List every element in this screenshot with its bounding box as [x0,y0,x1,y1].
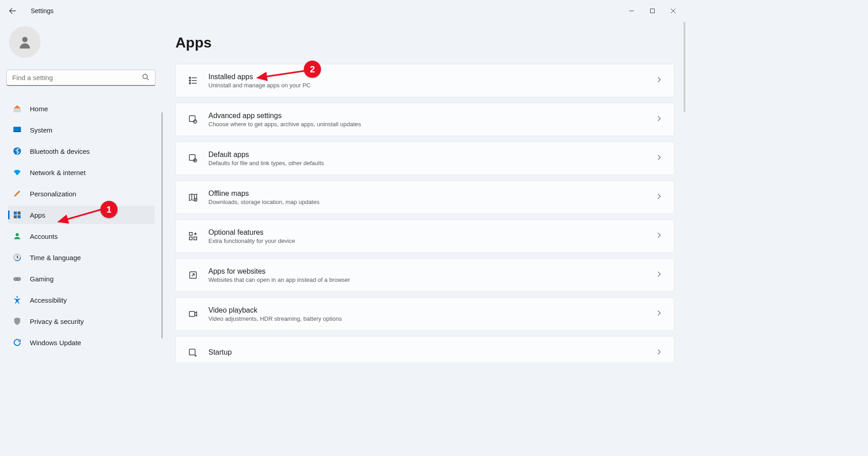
paintbrush-icon [13,189,22,198]
svg-point-16 [16,296,18,298]
sidebar-item-label: Privacy & security [30,318,84,325]
chevron-right-icon [656,271,662,279]
sidebar-item-accessibility[interactable]: Accessibility [8,291,155,309]
sidebar-item-privacy[interactable]: Privacy & security [8,312,155,330]
chevron-right-icon [656,349,662,357]
person-icon [17,34,33,50]
sidebar-item-system[interactable]: System [8,121,155,139]
sidebar-item-gaming[interactable]: Gaming [8,270,155,288]
maximize-button[interactable] [642,4,663,18]
open-link-icon [188,270,198,280]
sidebar-item-time[interactable]: Time & language [8,248,155,266]
maximize-icon [650,8,655,14]
svg-rect-8 [14,215,17,218]
card-title: Default apps [208,151,656,159]
card-subtitle: Extra functionality for your device [208,238,656,244]
system-icon [13,125,22,134]
search-input[interactable] [6,70,156,86]
annotation-badge-2: 2 [304,61,321,78]
card-startup[interactable]: Startup [175,336,675,362]
main-scrollbar[interactable] [684,22,685,112]
chevron-right-icon [656,193,662,201]
card-title: Apps for websites [208,267,656,276]
card-title: Startup [208,348,656,356]
card-subtitle: Video adjustments, HDR streaming, batter… [208,315,656,322]
minimize-button[interactable] [621,4,642,18]
svg-rect-29 [189,312,195,317]
window-controls [621,4,684,18]
sidebar-item-label: Windows Update [30,339,81,347]
chevron-right-icon [656,115,662,124]
card-installed-apps[interactable]: Installed apps Uninstall and manage apps… [175,64,675,97]
sidebar-item-label: Accounts [30,233,58,240]
nav-list: Home System Bluetooth & devices Network … [6,100,156,352]
card-title: Advanced app settings [208,112,656,120]
card-video-playback[interactable]: Video playback Video adjustments, HDR st… [175,297,675,331]
sidebar-item-network[interactable]: Network & internet [8,163,155,181]
card-title: Video playback [208,306,656,314]
sidebar-item-update[interactable]: Windows Update [8,333,155,352]
svg-point-1 [22,37,28,42]
card-offline-maps[interactable]: Offline maps Downloads, storage location… [175,180,675,214]
svg-rect-27 [194,237,197,240]
window-title: Settings [31,7,54,14]
sidebar-item-bluetooth[interactable]: Bluetooth & devices [8,142,155,160]
card-title: Installed apps [208,73,656,81]
video-icon [188,309,198,319]
card-title: Offline maps [208,190,656,198]
card-subtitle: Choose where to get apps, archive apps, … [208,121,656,128]
default-icon [188,153,198,164]
close-button[interactable] [663,4,684,18]
chevron-right-icon [656,232,662,240]
card-optional-features[interactable]: Optional features Extra functionality fo… [175,219,675,253]
svg-rect-22 [189,155,195,161]
sidebar: Home System Bluetooth & devices Network … [0,22,163,362]
chevron-right-icon [656,154,662,162]
svg-rect-7 [18,212,21,215]
search-wrap [6,70,156,86]
sidebar-item-home[interactable]: Home [8,100,155,118]
map-icon [188,192,198,203]
gamepad-icon [13,274,22,283]
sidebar-item-label: Gaming [30,275,54,283]
svg-rect-25 [189,233,192,235]
sidebar-item-label: Bluetooth & devices [30,147,90,155]
apps-icon [13,210,22,219]
chevron-right-icon [656,310,662,318]
avatar[interactable] [9,26,41,58]
startup-icon [188,347,198,358]
svg-rect-26 [189,237,192,240]
shield-icon [13,317,22,326]
svg-rect-9 [18,215,21,218]
close-icon [670,8,676,14]
accessibility-icon [13,295,22,304]
svg-rect-19 [189,83,191,84]
card-subtitle: Defaults for file and link types, other … [208,160,656,166]
card-advanced-settings[interactable]: Advanced app settings Choose where to ge… [175,103,675,136]
sidebar-item-label: System [30,126,52,134]
svg-point-15 [19,279,19,280]
svg-rect-17 [189,77,191,79]
sidebar-item-label: Apps [30,211,45,219]
svg-point-10 [16,233,19,236]
page-title: Apps [175,34,675,51]
card-apps-websites[interactable]: Apps for websites Websites that can open… [175,258,675,292]
sidebar-item-accounts[interactable]: Accounts [8,227,155,245]
card-default-apps[interactable]: Default apps Defaults for file and link … [175,142,675,175]
back-button[interactable] [4,2,22,20]
bluetooth-icon [13,147,22,156]
chevron-right-icon [656,76,662,85]
minimize-icon [629,8,634,14]
arrow-left-icon [9,7,16,14]
card-subtitle: Websites that can open in an app instead… [208,276,656,283]
svg-point-14 [15,279,16,280]
card-subtitle: Uninstall and manage apps on your PC [208,82,656,89]
sidebar-item-personalization[interactable]: Personalization [8,185,155,203]
home-icon [13,104,22,113]
main-content: Apps Installed apps Uninstall and manage… [163,22,687,362]
sidebar-item-apps[interactable]: Apps [8,206,155,224]
sidebar-item-label: Home [30,105,48,113]
card-title: Optional features [208,228,656,237]
svg-rect-30 [189,349,195,355]
svg-rect-20 [189,116,195,122]
